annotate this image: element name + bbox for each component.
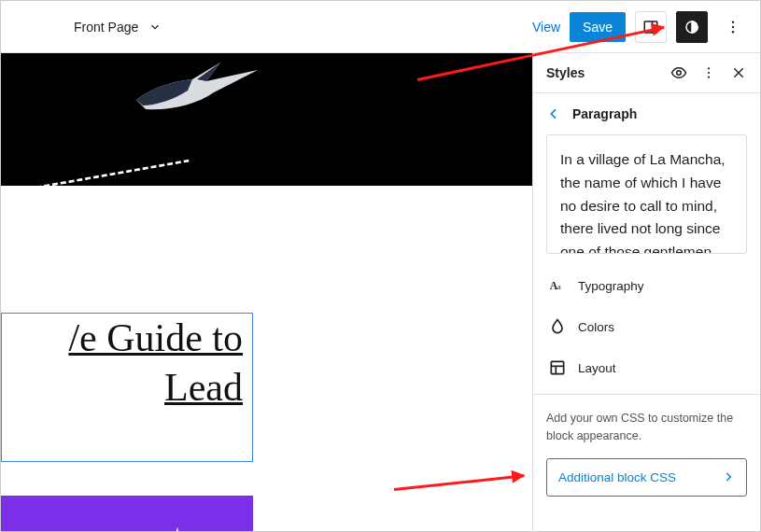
- view-link[interactable]: View: [532, 20, 560, 35]
- selected-heading-block[interactable]: /e Guide to Lead: [1, 313, 253, 462]
- topbar-right: View Save: [532, 11, 749, 43]
- chevron-right-icon: [722, 470, 735, 483]
- layout-icon: [548, 358, 567, 377]
- dotted-path-decoration: [1, 125, 190, 198]
- paragraph-preview: In a village of La Mancha, the name of w…: [546, 134, 747, 254]
- topbar-left: Front Page: [1, 18, 164, 36]
- sidebar-divider: [533, 394, 760, 395]
- styles-toggle-button[interactable]: [676, 11, 708, 43]
- typography-icon: Aa: [548, 276, 567, 295]
- sidebar-item-layout[interactable]: Layout: [533, 347, 760, 388]
- bird-image: [132, 53, 262, 128]
- sidebar-item-colors[interactable]: Colors: [533, 306, 760, 347]
- sparkle-icon: ✦: [167, 524, 188, 531]
- colors-icon: [548, 317, 567, 336]
- sidebar-header: Styles: [533, 53, 760, 93]
- breadcrumb-label: Paragraph: [572, 106, 637, 121]
- svg-point-7: [708, 67, 710, 69]
- heading-line-1: /e Guide to: [2, 314, 243, 363]
- additional-css-button[interactable]: Additional block CSS: [546, 458, 747, 497]
- svg-point-6: [677, 71, 682, 76]
- eye-icon[interactable]: [670, 64, 687, 81]
- close-icon[interactable]: [730, 64, 747, 81]
- svg-point-3: [732, 21, 734, 22]
- sidebar-item-label: Layout: [578, 361, 616, 375]
- sidebar-item-label: Colors: [578, 320, 614, 334]
- sidebar-item-label: Typography: [578, 279, 644, 293]
- page-title[interactable]: Front Page: [74, 20, 138, 35]
- svg-point-5: [732, 31, 734, 33]
- svg-text:a: a: [557, 283, 561, 291]
- sidebar-item-typography[interactable]: Aa Typography: [533, 265, 760, 306]
- heading-line-2: Lead: [2, 363, 243, 413]
- svg-rect-14: [551, 361, 563, 373]
- css-section: Add your own CSS to customize the block …: [533, 400, 760, 510]
- sidebar-breadcrumb: Paragraph: [533, 93, 760, 134]
- more-vertical-icon[interactable]: [700, 64, 717, 81]
- svg-point-4: [732, 25, 734, 27]
- sidebar-title: Styles: [546, 65, 585, 80]
- chevron-down-icon[interactable]: [146, 18, 164, 36]
- purple-section: ✦ ✦: [1, 496, 253, 531]
- topbar: Front Page View Save: [1, 1, 760, 53]
- editor-canvas[interactable]: /e Guide to Lead ✦ ✦: [1, 53, 532, 531]
- css-description: Add your own CSS to customize the block …: [546, 410, 747, 445]
- svg-point-9: [708, 77, 710, 78]
- css-button-label: Additional block CSS: [558, 470, 676, 484]
- back-icon[interactable]: [546, 106, 561, 121]
- sidebar-header-actions: [670, 64, 747, 81]
- more-options-button[interactable]: [717, 11, 749, 43]
- styles-sidebar: Styles Paragraph In a village of La Manc…: [532, 53, 760, 531]
- svg-point-8: [708, 72, 710, 74]
